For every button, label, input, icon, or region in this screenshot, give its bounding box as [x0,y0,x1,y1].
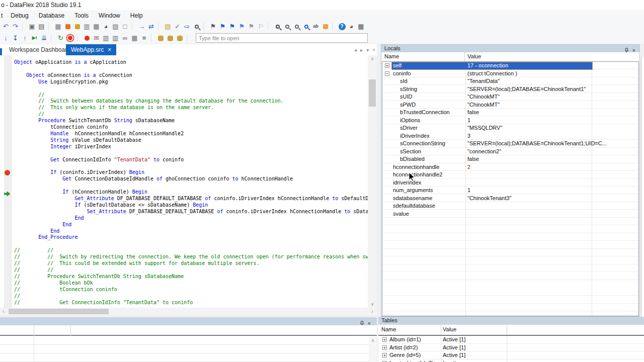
restart-icon[interactable]: ↻ [56,34,65,42]
checklist-icon[interactable]: ✓ [173,22,182,31]
locals-row-sUID[interactable]: sUID"ChinookMT" [382,93,638,101]
code-line[interactable]: End_Procedure [14,234,368,241]
scroll-up-icon[interactable]: ∧ [368,55,377,62]
menu-item-window[interactable]: Window [94,11,125,20]
toggle-bookmark-icon[interactable]: ⚑ [237,22,246,31]
tab-list-icon[interactable]: ▾ [366,47,369,53]
next-method-icon[interactable]: ⚑ [209,22,217,31]
code-line[interactable]: // Boolean bOk [14,280,368,287]
help-icon[interactable]: ? [338,22,346,31]
database-explorer-icon[interactable]: ▨ [111,22,120,31]
code-line[interactable]: Get ConnectionIdInfo "TenantData" to con… [14,157,368,163]
menu-item-database[interactable]: Database [34,11,69,20]
debug-window-icon[interactable]: ▥ [102,34,110,42]
code-line[interactable]: Procedure SwitchTenantDb String sDatabas… [14,118,368,124]
locals-row-sString[interactable]: sString"SERVER=(local);DATABASE=ChinookT… [382,85,638,94]
locals-row-coninfo[interactable]: −coninfo(struct tConnection ) [382,70,638,78]
object-browser-icon[interactable]: ▥ [83,22,91,31]
column-divider[interactable] [34,325,34,336]
step-out-icon[interactable]: ↑ [21,34,29,42]
bottom-panel-header[interactable] [0,317,377,325]
code-line[interactable]: Get ConnectionDatabaseIdHandle of ghoCon… [14,176,368,183]
locals-col-value[interactable]: Value [467,53,481,59]
code-line[interactable]: // // Switch by redirecting the connecti… [14,254,368,260]
column-divider[interactable] [507,325,507,335]
code-editor[interactable]: Object oApplication is a cApplication Ob… [0,55,380,315]
code-line[interactable]: tConnection coninfo [14,124,368,131]
clear-bookmarks-icon[interactable]: ⚑ [247,22,256,31]
tab-scroll-right-icon[interactable]: ▸ [360,47,363,53]
locals-row-sDriver[interactable]: sDriver"MSSQLDRV" [382,124,638,132]
stop-debugging-icon[interactable] [66,34,74,42]
code-line[interactable]: // [14,92,368,99]
next-bookmark-icon[interactable]: ⚑ [228,22,236,31]
code-line[interactable] [14,66,368,72]
run-to-cursor-icon[interactable]: ▶I [30,34,39,42]
menu-item-help[interactable]: Help [125,11,148,20]
tab-group-close-icon[interactable]: × [372,47,375,53]
step-instruction-icon[interactable]: ⇊ [40,34,48,42]
locals-row-bDisabled[interactable]: bDisabledfalse [382,155,638,163]
column-divider[interactable] [441,325,441,335]
code-line[interactable]: Get_Attribute DF_DATABASE_DEFAULT_DATABA… [14,196,368,202]
code-line[interactable] [14,241,368,247]
code-line[interactable]: // This only works if the database is on… [14,105,368,111]
scroll-right-icon[interactable]: › [369,308,376,315]
bottom-vertical-scrollbar[interactable]: ∧ [369,337,377,362]
source-file-icon[interactable]: □ [121,22,129,31]
file-open-input[interactable] [196,33,368,43]
code-line[interactable]: Integer iDriverIndex [14,144,368,150]
tab-close-icon[interactable]: × [108,46,111,53]
zoom-icon[interactable] [192,22,201,31]
locals-row-bTrustedConnection[interactable]: bTrustedConnectionfalse [382,109,638,117]
code-text[interactable]: Object oApplication is a cApplication Ob… [14,59,368,308]
debug-window2-icon[interactable]: ▥ [111,34,120,42]
tables-row-invoiceline[interactable]: +InvoiceLine (id=7)Inactive [378,359,644,362]
locals-grid[interactable]: +self17 - oconnection−coninfo(struct tCo… [382,61,639,316]
unlock-icon[interactable] [321,22,330,31]
code-line[interactable]: // Procedure SwitchTenantDb String sData… [14,274,368,280]
code-line[interactable] [14,150,368,157]
code-line[interactable] [14,163,368,170]
tab-workspace-dashboard[interactable]: Workspace Dashboard [4,44,75,55]
collapse-icon[interactable]: − [385,71,389,76]
tab-scroll-left-icon[interactable]: ◂ [354,47,357,53]
code-line[interactable]: If (hConnectionHandle) Begin [14,189,368,196]
locals-window-icon[interactable]: ▦ [130,34,139,42]
grid-view-icon[interactable]: ▦ [357,22,365,31]
expand-icon[interactable]: + [385,63,389,68]
copy-workspace-icon[interactable]: ▦ [54,22,62,31]
code-line[interactable]: If (coninfo.iDriverIndex) Begin [14,169,368,176]
locals-row-hconnectionhandle[interactable]: hconnectionhandle2 [382,163,638,171]
code-line[interactable]: Use LoginEncryption.pkg [14,79,368,85]
breakpoints-dialog-icon[interactable]: ✉ [92,34,101,42]
table-editor-icon[interactable]: ▦ [92,22,101,31]
redo-icon[interactable]: ↷ [11,22,20,31]
editor-horizontal-scrollbar[interactable]: ‹ › [0,308,377,315]
goto-definition-icon[interactable]: → [137,22,146,31]
switch-source-icon[interactable]: ⇄ [147,22,155,31]
tables-row-artist[interactable]: +Artist (id=2)Active [1] [378,344,644,352]
order-entry-icon[interactable] [73,22,82,31]
code-line[interactable]: End [14,228,368,235]
expand-icon[interactable]: + [382,353,387,357]
locals-row-iOptions[interactable]: iOptions1 [382,117,638,125]
locals-col-name[interactable]: Name [384,53,399,59]
expand-icon[interactable]: + [382,345,387,350]
locals-row-sConnectionString[interactable]: sConnectionString"SERVER=(local);DATABAS… [382,140,638,148]
horizontal-scroll-thumb[interactable] [9,309,109,314]
touch-mode-icon[interactable]: ⚐ [257,22,265,31]
breakpoint-margin[interactable] [4,55,12,308]
step-into-icon[interactable]: ↓ [2,34,10,42]
tab-webapp-src[interactable]: WebApp.src× [66,44,116,55]
code-line[interactable]: If (sDefaultDatabase <> sDatabaseName) B… [14,202,368,209]
tables-panel-header[interactable]: Tables [378,317,644,325]
callstack-icon[interactable]: ≡ [140,34,148,42]
code-line[interactable]: Handle hConnectionHandle hConnectionHand… [14,131,368,137]
tables-col-name[interactable]: Name [381,326,396,332]
column-divider[interactable] [70,325,71,336]
dashboard-icon[interactable] [63,22,72,31]
menu-item-tools[interactable]: Tools [69,11,94,20]
scroll-up-icon[interactable]: ∧ [369,337,377,344]
code-line[interactable]: // // [14,247,368,254]
